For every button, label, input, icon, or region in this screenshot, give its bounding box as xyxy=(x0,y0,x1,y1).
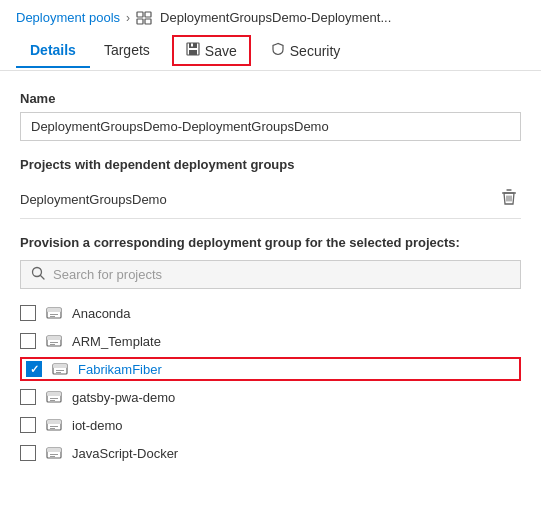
project-name-arm-template: ARM_Template xyxy=(72,334,161,349)
project-checkbox-iot-demo[interactable] xyxy=(20,417,36,433)
project-icon-gatsby xyxy=(46,390,62,404)
name-field-group: Name xyxy=(20,91,521,141)
project-icon-javascript-docker xyxy=(46,446,62,460)
project-checkbox-anaconda[interactable] xyxy=(20,305,36,321)
project-checkbox-fabrikam[interactable] xyxy=(26,361,42,377)
project-name-gatsby: gatsby-pwa-demo xyxy=(72,390,175,405)
svg-rect-14 xyxy=(47,336,61,340)
project-checkbox-javascript-docker[interactable] xyxy=(20,445,36,461)
svg-line-8 xyxy=(41,276,45,280)
svg-rect-0 xyxy=(137,12,143,17)
save-icon xyxy=(186,42,200,59)
tab-targets[interactable]: Targets xyxy=(90,34,164,68)
project-name-fabrikam: FabrikamFiber xyxy=(78,362,162,377)
project-item-gatsby: gatsby-pwa-demo xyxy=(20,385,521,409)
project-item-iot-demo: iot-demo xyxy=(20,413,521,437)
content-area: Name Projects with dependent deployment … xyxy=(0,71,541,485)
project-checkbox-gatsby[interactable] xyxy=(20,389,36,405)
project-name-javascript-docker: JavaScript-Docker xyxy=(72,446,178,461)
security-label: Security xyxy=(290,43,341,59)
breadcrumb-separator: › xyxy=(126,11,130,25)
tab-security[interactable]: Security xyxy=(259,34,353,67)
project-item-javascript-docker: JavaScript-Docker xyxy=(20,441,521,465)
svg-rect-1 xyxy=(145,12,151,17)
project-icon-iot-demo xyxy=(46,418,62,432)
search-box xyxy=(20,260,521,289)
dependent-section-title: Projects with dependent deployment group… xyxy=(20,157,521,172)
deployment-group-icon xyxy=(136,11,152,25)
project-item-fabrikam: FabrikamFiber xyxy=(20,357,521,381)
delete-group-button[interactable] xyxy=(497,186,521,212)
search-icon xyxy=(31,266,45,283)
save-label: Save xyxy=(205,43,237,59)
tabs-bar: Details Targets Save Security xyxy=(0,31,541,71)
project-item-arm-template: ARM_Template xyxy=(20,329,521,353)
breadcrumb-current: DeploymentGroupsDemo-Deployment... xyxy=(160,10,391,25)
svg-rect-26 xyxy=(47,420,61,424)
svg-rect-22 xyxy=(47,392,61,396)
provision-label: Provision a corresponding deployment gro… xyxy=(20,235,521,250)
svg-rect-3 xyxy=(145,19,151,24)
name-input[interactable] xyxy=(20,112,521,141)
shield-icon xyxy=(271,42,285,59)
project-name-iot-demo: iot-demo xyxy=(72,418,123,433)
breadcrumb: Deployment pools › DeploymentGroupsDemo-… xyxy=(0,0,541,31)
project-icon-arm-template xyxy=(46,334,62,348)
project-list: Anaconda ARM_Template xyxy=(20,301,521,465)
svg-rect-30 xyxy=(47,448,61,452)
tab-details[interactable]: Details xyxy=(16,34,90,68)
dependent-section: Projects with dependent deployment group… xyxy=(20,157,521,219)
svg-rect-10 xyxy=(47,308,61,312)
svg-rect-2 xyxy=(137,19,143,24)
svg-rect-18 xyxy=(53,364,67,368)
save-button[interactable]: Save xyxy=(172,35,251,66)
dependent-group-row: DeploymentGroupsDemo xyxy=(20,180,521,219)
provision-section: Provision a corresponding deployment gro… xyxy=(20,235,521,465)
svg-rect-6 xyxy=(191,44,193,47)
project-icon-anaconda xyxy=(46,306,62,320)
project-checkbox-arm-template[interactable] xyxy=(20,333,36,349)
breadcrumb-parent-link[interactable]: Deployment pools xyxy=(16,10,120,25)
project-item-anaconda: Anaconda xyxy=(20,301,521,325)
project-icon-fabrikam xyxy=(52,362,68,376)
project-name-anaconda: Anaconda xyxy=(72,306,131,321)
search-projects-input[interactable] xyxy=(53,267,510,282)
dependent-group-name: DeploymentGroupsDemo xyxy=(20,192,167,207)
name-label: Name xyxy=(20,91,521,106)
